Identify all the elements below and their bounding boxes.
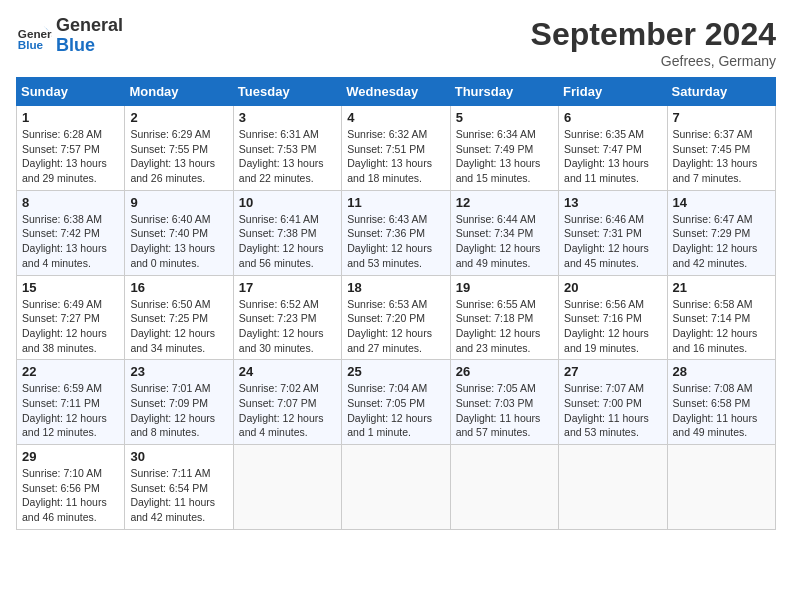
week-row-5: 29Sunrise: 7:10 AM Sunset: 6:56 PM Dayli… [17, 445, 776, 530]
day-cell: 7Sunrise: 6:37 AM Sunset: 7:45 PM Daylig… [667, 106, 775, 191]
day-number: 17 [239, 280, 336, 295]
day-detail: Sunrise: 6:56 AM Sunset: 7:16 PM Dayligh… [564, 297, 661, 356]
day-number: 23 [130, 364, 227, 379]
day-number: 11 [347, 195, 444, 210]
day-cell [233, 445, 341, 530]
day-number: 2 [130, 110, 227, 125]
day-cell: 24Sunrise: 7:02 AM Sunset: 7:07 PM Dayli… [233, 360, 341, 445]
day-cell: 29Sunrise: 7:10 AM Sunset: 6:56 PM Dayli… [17, 445, 125, 530]
day-detail: Sunrise: 6:43 AM Sunset: 7:36 PM Dayligh… [347, 212, 444, 271]
day-detail: Sunrise: 7:05 AM Sunset: 7:03 PM Dayligh… [456, 381, 553, 440]
day-number: 10 [239, 195, 336, 210]
col-header-thursday: Thursday [450, 78, 558, 106]
location: Gefrees, Germany [531, 53, 776, 69]
logo-icon: General Blue [16, 18, 52, 54]
logo: General Blue General Blue [16, 16, 123, 56]
day-cell: 25Sunrise: 7:04 AM Sunset: 7:05 PM Dayli… [342, 360, 450, 445]
day-detail: Sunrise: 7:02 AM Sunset: 7:07 PM Dayligh… [239, 381, 336, 440]
day-cell: 3Sunrise: 6:31 AM Sunset: 7:53 PM Daylig… [233, 106, 341, 191]
day-cell: 13Sunrise: 6:46 AM Sunset: 7:31 PM Dayli… [559, 190, 667, 275]
day-cell: 2Sunrise: 6:29 AM Sunset: 7:55 PM Daylig… [125, 106, 233, 191]
day-number: 19 [456, 280, 553, 295]
day-detail: Sunrise: 6:44 AM Sunset: 7:34 PM Dayligh… [456, 212, 553, 271]
logo-text: General Blue [56, 16, 123, 56]
day-cell: 8Sunrise: 6:38 AM Sunset: 7:42 PM Daylig… [17, 190, 125, 275]
day-number: 18 [347, 280, 444, 295]
day-detail: Sunrise: 7:08 AM Sunset: 6:58 PM Dayligh… [673, 381, 770, 440]
day-cell [450, 445, 558, 530]
day-detail: Sunrise: 6:47 AM Sunset: 7:29 PM Dayligh… [673, 212, 770, 271]
day-number: 15 [22, 280, 119, 295]
day-cell: 10Sunrise: 6:41 AM Sunset: 7:38 PM Dayli… [233, 190, 341, 275]
day-cell: 30Sunrise: 7:11 AM Sunset: 6:54 PM Dayli… [125, 445, 233, 530]
day-detail: Sunrise: 6:52 AM Sunset: 7:23 PM Dayligh… [239, 297, 336, 356]
day-detail: Sunrise: 6:35 AM Sunset: 7:47 PM Dayligh… [564, 127, 661, 186]
day-cell: 27Sunrise: 7:07 AM Sunset: 7:00 PM Dayli… [559, 360, 667, 445]
day-detail: Sunrise: 6:59 AM Sunset: 7:11 PM Dayligh… [22, 381, 119, 440]
day-detail: Sunrise: 6:49 AM Sunset: 7:27 PM Dayligh… [22, 297, 119, 356]
day-detail: Sunrise: 6:29 AM Sunset: 7:55 PM Dayligh… [130, 127, 227, 186]
day-number: 12 [456, 195, 553, 210]
day-detail: Sunrise: 6:31 AM Sunset: 7:53 PM Dayligh… [239, 127, 336, 186]
day-detail: Sunrise: 6:55 AM Sunset: 7:18 PM Dayligh… [456, 297, 553, 356]
logo-general: General [56, 16, 123, 36]
day-cell: 15Sunrise: 6:49 AM Sunset: 7:27 PM Dayli… [17, 275, 125, 360]
week-row-4: 22Sunrise: 6:59 AM Sunset: 7:11 PM Dayli… [17, 360, 776, 445]
day-detail: Sunrise: 6:53 AM Sunset: 7:20 PM Dayligh… [347, 297, 444, 356]
calendar-table: SundayMondayTuesdayWednesdayThursdayFrid… [16, 77, 776, 530]
day-cell [559, 445, 667, 530]
day-number: 13 [564, 195, 661, 210]
day-detail: Sunrise: 6:37 AM Sunset: 7:45 PM Dayligh… [673, 127, 770, 186]
week-row-1: 1Sunrise: 6:28 AM Sunset: 7:57 PM Daylig… [17, 106, 776, 191]
day-cell: 6Sunrise: 6:35 AM Sunset: 7:47 PM Daylig… [559, 106, 667, 191]
svg-text:Blue: Blue [18, 37, 44, 50]
col-header-saturday: Saturday [667, 78, 775, 106]
day-number: 28 [673, 364, 770, 379]
day-cell: 20Sunrise: 6:56 AM Sunset: 7:16 PM Dayli… [559, 275, 667, 360]
col-header-tuesday: Tuesday [233, 78, 341, 106]
day-number: 25 [347, 364, 444, 379]
day-detail: Sunrise: 6:34 AM Sunset: 7:49 PM Dayligh… [456, 127, 553, 186]
day-detail: Sunrise: 7:04 AM Sunset: 7:05 PM Dayligh… [347, 381, 444, 440]
day-cell: 1Sunrise: 6:28 AM Sunset: 7:57 PM Daylig… [17, 106, 125, 191]
day-detail: Sunrise: 6:58 AM Sunset: 7:14 PM Dayligh… [673, 297, 770, 356]
day-number: 30 [130, 449, 227, 464]
day-number: 7 [673, 110, 770, 125]
day-detail: Sunrise: 7:10 AM Sunset: 6:56 PM Dayligh… [22, 466, 119, 525]
day-number: 16 [130, 280, 227, 295]
day-number: 4 [347, 110, 444, 125]
day-cell: 11Sunrise: 6:43 AM Sunset: 7:36 PM Dayli… [342, 190, 450, 275]
day-number: 1 [22, 110, 119, 125]
day-detail: Sunrise: 6:46 AM Sunset: 7:31 PM Dayligh… [564, 212, 661, 271]
day-cell [667, 445, 775, 530]
day-detail: Sunrise: 6:40 AM Sunset: 7:40 PM Dayligh… [130, 212, 227, 271]
col-header-friday: Friday [559, 78, 667, 106]
day-cell: 19Sunrise: 6:55 AM Sunset: 7:18 PM Dayli… [450, 275, 558, 360]
logo-blue: Blue [56, 36, 123, 56]
day-cell: 28Sunrise: 7:08 AM Sunset: 6:58 PM Dayli… [667, 360, 775, 445]
page-header: General Blue General Blue September 2024… [16, 16, 776, 69]
day-cell: 26Sunrise: 7:05 AM Sunset: 7:03 PM Dayli… [450, 360, 558, 445]
day-number: 21 [673, 280, 770, 295]
day-cell: 5Sunrise: 6:34 AM Sunset: 7:49 PM Daylig… [450, 106, 558, 191]
week-row-3: 15Sunrise: 6:49 AM Sunset: 7:27 PM Dayli… [17, 275, 776, 360]
day-detail: Sunrise: 7:11 AM Sunset: 6:54 PM Dayligh… [130, 466, 227, 525]
title-block: September 2024 Gefrees, Germany [531, 16, 776, 69]
day-detail: Sunrise: 6:50 AM Sunset: 7:25 PM Dayligh… [130, 297, 227, 356]
day-detail: Sunrise: 7:01 AM Sunset: 7:09 PM Dayligh… [130, 381, 227, 440]
day-cell: 16Sunrise: 6:50 AM Sunset: 7:25 PM Dayli… [125, 275, 233, 360]
day-number: 24 [239, 364, 336, 379]
day-number: 9 [130, 195, 227, 210]
day-cell: 21Sunrise: 6:58 AM Sunset: 7:14 PM Dayli… [667, 275, 775, 360]
day-cell: 22Sunrise: 6:59 AM Sunset: 7:11 PM Dayli… [17, 360, 125, 445]
day-number: 5 [456, 110, 553, 125]
day-cell: 23Sunrise: 7:01 AM Sunset: 7:09 PM Dayli… [125, 360, 233, 445]
day-detail: Sunrise: 6:41 AM Sunset: 7:38 PM Dayligh… [239, 212, 336, 271]
month-year: September 2024 [531, 16, 776, 53]
col-header-sunday: Sunday [17, 78, 125, 106]
day-cell [342, 445, 450, 530]
day-detail: Sunrise: 7:07 AM Sunset: 7:00 PM Dayligh… [564, 381, 661, 440]
day-cell: 14Sunrise: 6:47 AM Sunset: 7:29 PM Dayli… [667, 190, 775, 275]
header-row: SundayMondayTuesdayWednesdayThursdayFrid… [17, 78, 776, 106]
day-detail: Sunrise: 6:32 AM Sunset: 7:51 PM Dayligh… [347, 127, 444, 186]
